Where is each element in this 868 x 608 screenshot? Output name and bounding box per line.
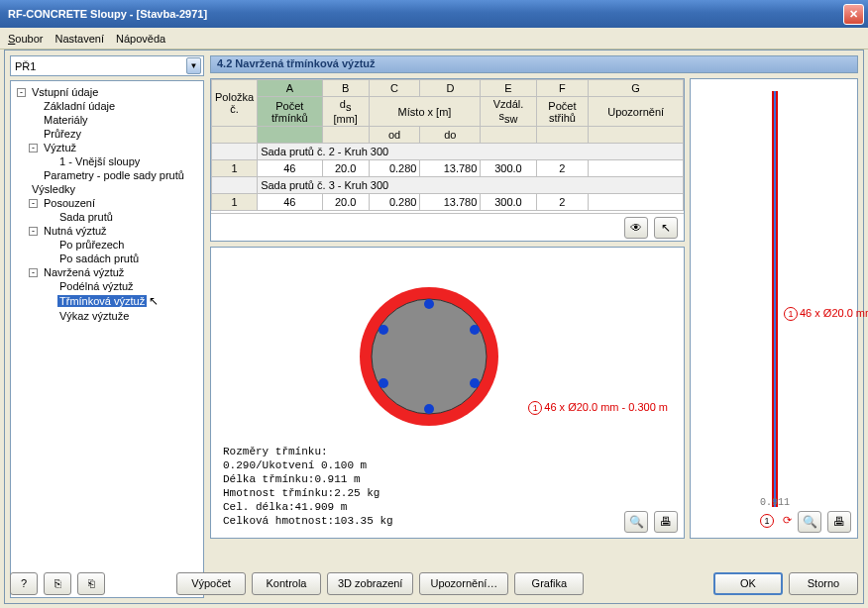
section-row: 146 x Ø20.0 mm - 0.300 m Rozměry třmínku…	[210, 247, 685, 539]
tree-item[interactable]: ·Třmínková výztuž↖	[13, 293, 201, 309]
stirrup-dimensions: Rozměry třmínku: 0.290/Ukotvení 0.100 m …	[223, 445, 393, 528]
tree-item-label: Navržená výztuž	[42, 266, 126, 278]
tree-item-label: 1 - Vnější sloupy	[57, 155, 142, 167]
expand-icon[interactable]: -	[29, 268, 38, 277]
tree-item-label: Podélná výztuž	[57, 280, 136, 292]
warn-button[interactable]: Upozornění…	[419, 572, 508, 595]
tree-item-label: Výkaz výztuže	[57, 310, 131, 322]
svg-point-4	[470, 378, 480, 388]
tree-item[interactable]: ·Základní údaje	[13, 99, 201, 113]
panel-title: 4.2 Navržená třmínková výztuž	[210, 55, 858, 73]
graphics-button[interactable]: Grafika	[514, 572, 584, 595]
cursor-icon: ↖	[149, 294, 159, 308]
tree-item[interactable]: ·Výkaz výztuže	[13, 309, 201, 323]
svg-point-2	[424, 299, 434, 309]
nav-tree[interactable]: -Vstupní údaje·Základní údaje·Materiály·…	[10, 80, 204, 598]
menu-help[interactable]: Nápověda	[116, 33, 165, 45]
tree-item[interactable]: -Výztuž	[13, 141, 201, 154]
tree-item[interactable]: -Nutná výztuž	[13, 224, 201, 238]
chevron-down-icon[interactable]: ▼	[186, 57, 201, 74]
help-button[interactable]: ?	[10, 572, 38, 595]
print-icon[interactable]: 🖶	[654, 511, 678, 533]
section-annotation: 146 x Ø20.0 mm - 0.300 m	[528, 401, 668, 415]
export2-button[interactable]: ⎗	[77, 572, 105, 595]
elevation-tools: 🔍 🖶	[798, 511, 851, 533]
ok-button[interactable]: OK	[713, 572, 783, 595]
title-bar: RF-CONCRETE Sloupy - [Stavba-2971] ✕	[0, 0, 868, 28]
svg-point-1	[372, 299, 487, 414]
eye-icon[interactable]: 👁	[624, 217, 648, 239]
tree-item-label: Materiály	[42, 114, 90, 126]
tree-item[interactable]: -Vstupní údaje	[13, 85, 201, 99]
section-tools: 🔍 🖶	[624, 511, 678, 533]
case-combo[interactable]: PŘ1 ▼	[10, 55, 204, 76]
cancel-button[interactable]: Storno	[789, 572, 858, 595]
tree-item-label: Posouzení	[42, 197, 97, 209]
window-title: RF-CONCRETE Sloupy - [Stavba-2971]	[4, 8, 843, 20]
cross-section-drawing	[350, 277, 508, 436]
tree-item[interactable]: ·Parametry - podle sady prutů	[13, 168, 201, 182]
svg-point-6	[379, 378, 388, 388]
close-button[interactable]: ✕	[843, 4, 864, 25]
column-elevation-panel: 146 x Ø20.0 mm 0.911 1 ⟳ 🔍 🖶	[690, 78, 858, 539]
svg-point-3	[470, 325, 480, 335]
tree-item[interactable]: -Posouzení	[13, 196, 201, 210]
tree-item-label: Základní údaje	[42, 100, 117, 112]
tree-item-label: Po průřezech	[57, 239, 126, 251]
tree-item[interactable]: ·Podélná výztuž	[13, 279, 201, 293]
elevation-base-icon: 1 ⟳	[760, 514, 792, 528]
content-area: PŘ1 ▼ -Vstupní údaje·Základní údaje·Mate…	[4, 50, 864, 604]
tree-item-label: Sada prutů	[57, 211, 115, 223]
menu-file[interactable]: Soubor	[8, 33, 43, 45]
tree-item[interactable]: ·Výsledky	[13, 182, 201, 196]
zoom-icon[interactable]: 🔍	[624, 511, 648, 533]
tree-item-label: Vstupní údaje	[30, 86, 100, 98]
zoom-icon-2[interactable]: 🔍	[798, 511, 821, 533]
svg-point-5	[424, 404, 434, 414]
tree-item[interactable]: ·Materiály	[13, 113, 201, 127]
tree-item[interactable]: ·1 - Vnější sloupy	[13, 154, 201, 168]
menu-bar: Soubor Nastavení Nápověda	[0, 28, 868, 50]
tree-item-label: Parametry - podle sady prutů	[42, 169, 186, 181]
pick-icon[interactable]: ↖	[654, 217, 678, 239]
tree-item-label: Po sadách prutů	[57, 253, 141, 264]
tree-item[interactable]: ·Po sadách prutů	[13, 252, 201, 265]
expand-icon[interactable]: -	[29, 144, 38, 152]
tree-item[interactable]: ·Sada prutů	[13, 210, 201, 224]
export1-button[interactable]: ⎘	[44, 572, 71, 595]
svg-point-7	[379, 325, 388, 335]
grid-toolbar: 👁 ↖	[211, 213, 684, 241]
tree-item[interactable]: ·Po průřezech	[13, 238, 201, 252]
tree-item[interactable]: ·Průřezy	[13, 127, 201, 141]
callout-1-icon: 1	[784, 307, 798, 321]
elevation-scale: 0.911	[760, 497, 790, 508]
expand-icon[interactable]: -	[29, 227, 38, 236]
case-combo-value: PŘ1	[15, 60, 186, 72]
data-grid[interactable]: Položkač.ABCDEFGPočettřmínkůds[mm]Místo …	[211, 79, 684, 213]
callout-1-icon: 1	[528, 401, 542, 415]
expand-icon[interactable]: -	[17, 88, 26, 97]
left-column: PŘ1 ▼ -Vstupní údaje·Základní údaje·Mate…	[10, 55, 204, 598]
calc-button[interactable]: Výpočet	[176, 572, 246, 595]
bottom-toolbar: ? ⎘ ⎗ Výpočet Kontrola 3D zobrazení Upoz…	[10, 568, 858, 598]
grid-panel: Položkač.ABCDEFGPočettřmínkůds[mm]Místo …	[210, 78, 685, 242]
tree-item-label: Průřezy	[42, 128, 83, 140]
tree-item-label: Výztuž	[42, 142, 78, 153]
column-elevation	[772, 91, 778, 507]
expand-icon[interactable]: -	[29, 199, 38, 208]
tree-item[interactable]: -Navržená výztuž	[13, 265, 201, 279]
tree-item-label: Výsledky	[30, 183, 77, 195]
check-button[interactable]: Kontrola	[252, 572, 321, 595]
elevation-annotation: 146 x Ø20.0 mm	[784, 307, 868, 321]
right-column: 4.2 Navržená třmínková výztuž Položkač.A…	[210, 55, 858, 598]
cross-section-panel: 146 x Ø20.0 mm - 0.300 m Rozměry třmínku…	[210, 247, 685, 539]
tree-item-label: Nutná výztuž	[42, 225, 109, 237]
tree-item-label: Třmínková výztuž	[57, 295, 147, 307]
print-icon-2[interactable]: 🖶	[827, 511, 851, 533]
view3d-button[interactable]: 3D zobrazení	[327, 572, 413, 595]
menu-settings[interactable]: Nastavení	[54, 33, 104, 45]
